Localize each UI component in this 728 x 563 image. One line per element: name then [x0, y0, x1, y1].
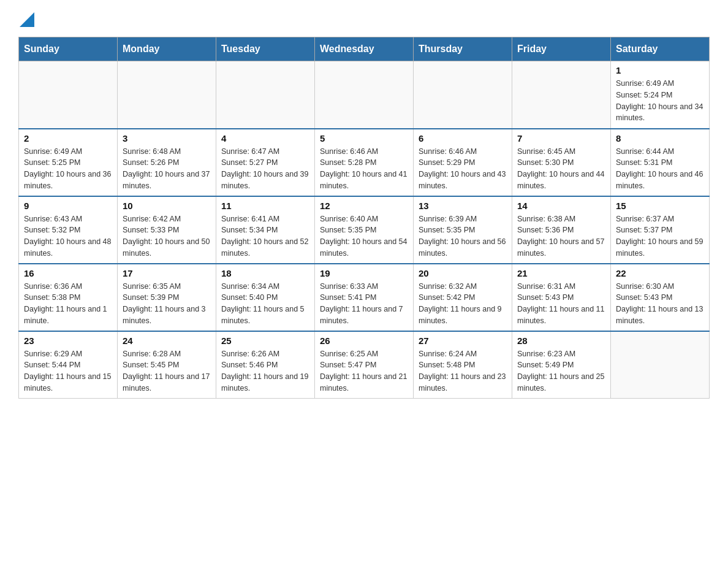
day-info: Sunrise: 6:24 AMSunset: 5:48 PMDaylight:…	[419, 348, 507, 394]
day-number: 7	[517, 133, 605, 144]
calendar-cell: 19Sunrise: 6:33 AMSunset: 5:41 PMDayligh…	[315, 264, 414, 331]
day-info: Sunrise: 6:26 AMSunset: 5:46 PMDaylight:…	[221, 348, 309, 394]
calendar-cell	[512, 61, 611, 129]
calendar-cell: 23Sunrise: 6:29 AMSunset: 5:44 PMDayligh…	[19, 331, 118, 399]
calendar-week-row: 1Sunrise: 6:49 AMSunset: 5:24 PMDaylight…	[19, 61, 710, 129]
day-number: 10	[123, 201, 211, 211]
day-info: Sunrise: 6:39 AMSunset: 5:35 PMDaylight:…	[419, 213, 507, 259]
calendar-cell: 10Sunrise: 6:42 AMSunset: 5:33 PMDayligh…	[118, 196, 216, 264]
day-number: 6	[419, 133, 507, 144]
day-number: 21	[517, 268, 605, 278]
weekday-header-friday: Friday	[512, 37, 611, 61]
calendar-cell: 4Sunrise: 6:47 AMSunset: 5:27 PMDaylight…	[216, 129, 315, 196]
day-number: 14	[517, 201, 605, 211]
day-number: 19	[320, 268, 408, 278]
day-info: Sunrise: 6:48 AMSunset: 5:26 PMDaylight:…	[123, 146, 211, 192]
day-number: 16	[24, 268, 112, 278]
weekday-header-tuesday: Tuesday	[216, 37, 315, 61]
calendar-cell: 1Sunrise: 6:49 AMSunset: 5:24 PMDaylight…	[611, 61, 710, 129]
day-number: 12	[320, 201, 408, 211]
calendar-cell: 2Sunrise: 6:49 AMSunset: 5:25 PMDaylight…	[19, 129, 118, 196]
day-number: 15	[616, 201, 704, 211]
svg-marker-0	[20, 12, 34, 27]
day-number: 11	[221, 201, 309, 211]
day-info: Sunrise: 6:47 AMSunset: 5:27 PMDaylight:…	[221, 146, 309, 192]
calendar-cell: 8Sunrise: 6:44 AMSunset: 5:31 PMDaylight…	[611, 129, 710, 196]
calendar-cell	[611, 331, 710, 399]
calendar-cell: 3Sunrise: 6:48 AMSunset: 5:26 PMDaylight…	[118, 129, 216, 196]
day-number: 4	[221, 133, 309, 144]
calendar-week-row: 9Sunrise: 6:43 AMSunset: 5:32 PMDaylight…	[19, 196, 710, 264]
day-info: Sunrise: 6:36 AMSunset: 5:38 PMDaylight:…	[24, 281, 112, 327]
calendar-cell: 26Sunrise: 6:25 AMSunset: 5:47 PMDayligh…	[315, 331, 414, 399]
day-info: Sunrise: 6:33 AMSunset: 5:41 PMDaylight:…	[320, 281, 408, 327]
day-number: 1	[616, 65, 704, 75]
calendar-cell: 21Sunrise: 6:31 AMSunset: 5:43 PMDayligh…	[512, 264, 611, 331]
weekday-header-saturday: Saturday	[611, 37, 710, 61]
calendar-cell: 17Sunrise: 6:35 AMSunset: 5:39 PMDayligh…	[118, 264, 216, 331]
day-info: Sunrise: 6:25 AMSunset: 5:47 PMDaylight:…	[320, 348, 408, 394]
day-info: Sunrise: 6:32 AMSunset: 5:42 PMDaylight:…	[419, 281, 507, 327]
page-header	[18, 12, 710, 27]
calendar-cell: 13Sunrise: 6:39 AMSunset: 5:35 PMDayligh…	[414, 196, 512, 264]
day-number: 27	[419, 335, 507, 346]
weekday-header-wednesday: Wednesday	[315, 37, 414, 61]
calendar-table: SundayMondayTuesdayWednesdayThursdayFrid…	[18, 37, 710, 399]
day-info: Sunrise: 6:29 AMSunset: 5:44 PMDaylight:…	[24, 348, 112, 394]
calendar-cell	[118, 61, 216, 129]
calendar-cell: 9Sunrise: 6:43 AMSunset: 5:32 PMDaylight…	[19, 196, 118, 264]
calendar-cell: 11Sunrise: 6:41 AMSunset: 5:34 PMDayligh…	[216, 196, 315, 264]
day-number: 8	[616, 133, 704, 144]
day-info: Sunrise: 6:49 AMSunset: 5:25 PMDaylight:…	[24, 146, 112, 192]
calendar-cell: 15Sunrise: 6:37 AMSunset: 5:37 PMDayligh…	[611, 196, 710, 264]
day-number: 22	[616, 268, 704, 278]
calendar-week-row: 2Sunrise: 6:49 AMSunset: 5:25 PMDaylight…	[19, 129, 710, 196]
calendar-cell: 16Sunrise: 6:36 AMSunset: 5:38 PMDayligh…	[19, 264, 118, 331]
day-info: Sunrise: 6:46 AMSunset: 5:29 PMDaylight:…	[419, 146, 507, 192]
day-info: Sunrise: 6:28 AMSunset: 5:45 PMDaylight:…	[123, 348, 211, 394]
day-number: 18	[221, 268, 309, 278]
calendar-cell: 12Sunrise: 6:40 AMSunset: 5:35 PMDayligh…	[315, 196, 414, 264]
day-number: 3	[123, 133, 211, 144]
day-info: Sunrise: 6:49 AMSunset: 5:24 PMDaylight:…	[616, 78, 704, 124]
calendar-cell: 24Sunrise: 6:28 AMSunset: 5:45 PMDayligh…	[118, 331, 216, 399]
weekday-header-thursday: Thursday	[414, 37, 512, 61]
calendar-cell: 7Sunrise: 6:45 AMSunset: 5:30 PMDaylight…	[512, 129, 611, 196]
calendar-cell: 28Sunrise: 6:23 AMSunset: 5:49 PMDayligh…	[512, 331, 611, 399]
day-info: Sunrise: 6:23 AMSunset: 5:49 PMDaylight:…	[517, 348, 605, 394]
calendar-cell: 5Sunrise: 6:46 AMSunset: 5:28 PMDaylight…	[315, 129, 414, 196]
calendar-cell	[19, 61, 118, 129]
day-number: 25	[221, 335, 309, 346]
calendar-cell: 27Sunrise: 6:24 AMSunset: 5:48 PMDayligh…	[414, 331, 512, 399]
day-number: 9	[24, 201, 112, 211]
calendar-cell: 18Sunrise: 6:34 AMSunset: 5:40 PMDayligh…	[216, 264, 315, 331]
calendar-cell: 25Sunrise: 6:26 AMSunset: 5:46 PMDayligh…	[216, 331, 315, 399]
day-info: Sunrise: 6:40 AMSunset: 5:35 PMDaylight:…	[320, 213, 408, 259]
logo	[18, 12, 34, 27]
day-info: Sunrise: 6:35 AMSunset: 5:39 PMDaylight:…	[123, 281, 211, 327]
calendar-week-row: 16Sunrise: 6:36 AMSunset: 5:38 PMDayligh…	[19, 264, 710, 331]
day-info: Sunrise: 6:46 AMSunset: 5:28 PMDaylight:…	[320, 146, 408, 192]
day-info: Sunrise: 6:42 AMSunset: 5:33 PMDaylight:…	[123, 213, 211, 259]
calendar-week-row: 23Sunrise: 6:29 AMSunset: 5:44 PMDayligh…	[19, 331, 710, 399]
day-number: 26	[320, 335, 408, 346]
logo-icon	[20, 12, 34, 27]
calendar-cell: 6Sunrise: 6:46 AMSunset: 5:29 PMDaylight…	[414, 129, 512, 196]
day-info: Sunrise: 6:41 AMSunset: 5:34 PMDaylight:…	[221, 213, 309, 259]
day-number: 20	[419, 268, 507, 278]
day-info: Sunrise: 6:45 AMSunset: 5:30 PMDaylight:…	[517, 146, 605, 192]
day-number: 13	[419, 201, 507, 211]
day-info: Sunrise: 6:30 AMSunset: 5:43 PMDaylight:…	[616, 281, 704, 327]
day-info: Sunrise: 6:43 AMSunset: 5:32 PMDaylight:…	[24, 213, 112, 259]
day-info: Sunrise: 6:37 AMSunset: 5:37 PMDaylight:…	[616, 213, 704, 259]
calendar-cell: 14Sunrise: 6:38 AMSunset: 5:36 PMDayligh…	[512, 196, 611, 264]
day-number: 23	[24, 335, 112, 346]
calendar-cell	[414, 61, 512, 129]
calendar-cell: 22Sunrise: 6:30 AMSunset: 5:43 PMDayligh…	[611, 264, 710, 331]
day-number: 2	[24, 133, 112, 144]
calendar-header-row: SundayMondayTuesdayWednesdayThursdayFrid…	[19, 37, 710, 61]
calendar-cell	[216, 61, 315, 129]
calendar-cell	[315, 61, 414, 129]
day-number: 5	[320, 133, 408, 144]
day-info: Sunrise: 6:31 AMSunset: 5:43 PMDaylight:…	[517, 281, 605, 327]
